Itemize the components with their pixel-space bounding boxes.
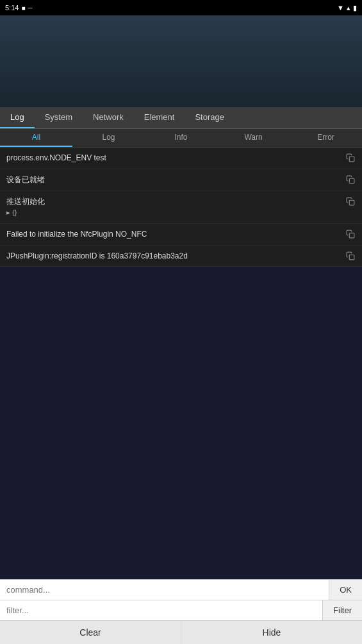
hide-button[interactable]: Hide	[181, 621, 362, 644]
subtab-error[interactable]: Error	[290, 129, 362, 147]
copy-icon[interactable]	[345, 153, 356, 163]
log-entry-text: Failed to initialize the NfcPlugin NO_NF…	[6, 229, 340, 240]
signal-icon: ▴	[347, 4, 350, 12]
sub-tab-bar: All Log Info Warn Error	[0, 129, 362, 148]
log-entry: 设备已就绪	[0, 169, 362, 191]
action-row: Clear Hide	[0, 620, 362, 644]
preview-area	[0, 15, 362, 107]
subtab-log[interactable]: Log	[72, 129, 145, 147]
ok-button[interactable]: OK	[329, 580, 362, 600]
svg-rect-2	[349, 200, 354, 205]
tab-log[interactable]: Log	[0, 107, 35, 128]
tab-element[interactable]: Element	[134, 107, 185, 128]
copy-icon[interactable]	[345, 174, 356, 185]
filter-row: Filter	[0, 600, 362, 620]
status-bar: 5:14 ■ ─ ▼ ▴ ▮	[0, 0, 362, 15]
log-entry: Failed to initialize the NfcPlugin NO_NF…	[0, 224, 362, 246]
svg-rect-0	[349, 157, 354, 162]
tab-network[interactable]: Network	[83, 107, 134, 128]
app-icon: ─	[28, 4, 32, 12]
subtab-info[interactable]: Info	[145, 129, 217, 147]
bottom-bar: OK Filter Clear Hide	[0, 579, 362, 644]
main-tab-bar: Log System Network Element Storage	[0, 107, 362, 129]
log-entry-sub: ▸ {}	[6, 208, 340, 217]
filter-button[interactable]: Filter	[322, 600, 362, 620]
copy-icon[interactable]	[345, 229, 356, 239]
log-entry: 推送初始化 ▸ {}	[0, 191, 362, 224]
svg-rect-3	[349, 233, 354, 238]
time-display: 5:14	[5, 4, 19, 12]
status-left: 5:14 ■ ─	[5, 4, 33, 12]
tab-storage[interactable]: Storage	[185, 107, 234, 128]
tab-system[interactable]: System	[35, 107, 83, 128]
subtab-all[interactable]: All	[0, 129, 72, 147]
command-input[interactable]	[0, 580, 329, 600]
wifi-icon: ▼	[337, 4, 344, 12]
log-entry-text: 设备已就绪	[6, 174, 340, 185]
log-entry-text: JPushPlugin:registrationID is 160a3797c9…	[6, 251, 340, 262]
svg-rect-1	[349, 178, 354, 183]
svg-rect-4	[349, 255, 354, 260]
log-entry-text: 推送初始化 ▸ {}	[6, 196, 340, 218]
battery-icon: ▮	[353, 4, 357, 12]
subtab-warn[interactable]: Warn	[217, 129, 290, 147]
copy-icon[interactable]	[345, 251, 356, 261]
log-entry: JPushPlugin:registrationID is 160a3797c9…	[0, 246, 362, 267]
log-entry: process.env.NODE_ENV test	[0, 148, 362, 169]
status-right: ▼ ▴ ▮	[337, 4, 357, 12]
filter-input[interactable]	[0, 600, 322, 620]
clear-button[interactable]: Clear	[0, 621, 181, 644]
copy-icon[interactable]	[345, 196, 356, 207]
notification-icon: ■	[21, 4, 25, 12]
command-row: OK	[0, 579, 362, 600]
log-entry-text: process.env.NODE_ENV test	[6, 153, 340, 164]
log-content: process.env.NODE_ENV test 设备已就绪 推送初始化 ▸ …	[0, 148, 362, 267]
